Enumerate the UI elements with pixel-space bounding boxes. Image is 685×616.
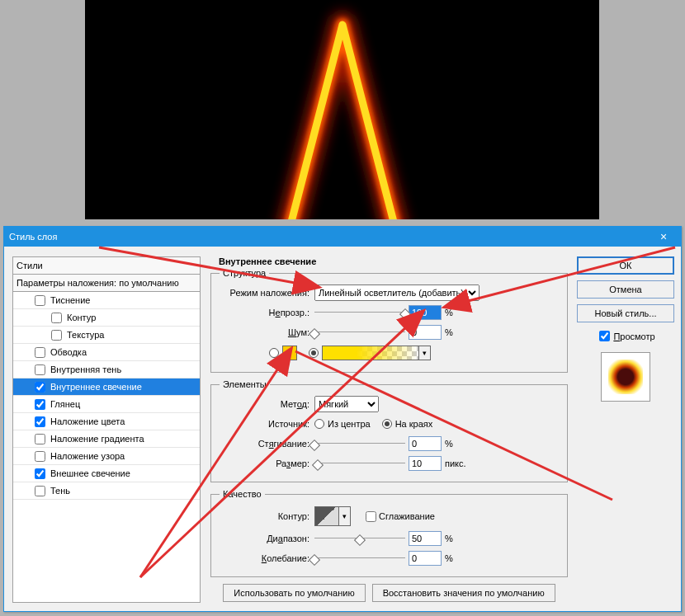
cancel-button[interactable]: Отмена [577, 280, 674, 299]
size-slider[interactable] [314, 458, 405, 469]
list-item-texture[interactable]: Текстура [13, 327, 200, 344]
list-item-gradient-overlay[interactable]: Наложение градиента [13, 430, 200, 448]
elements-legend: Элементы [220, 379, 270, 389]
noise-slider[interactable] [314, 327, 405, 338]
choke-slider[interactable] [314, 438, 405, 449]
checkbox[interactable] [35, 347, 45, 358]
source-label: Источник: [220, 419, 314, 429]
range-unit: % [445, 534, 453, 543]
checkbox[interactable] [35, 416, 45, 427]
opacity-slider[interactable] [314, 307, 405, 318]
choke-input[interactable]: 0 [409, 436, 442, 451]
elements-group: Элементы Метод: Мягкий Источник: Из цент… [210, 379, 568, 482]
styles-header[interactable]: Стили [13, 257, 200, 275]
list-item-contour[interactable]: Контур [13, 309, 200, 327]
method-select[interactable]: Мягкий [314, 396, 379, 412]
checkbox[interactable] [35, 399, 45, 410]
list-item-color-overlay[interactable]: Наложение цвета [13, 413, 200, 430]
choke-label: Стягивание: [220, 439, 314, 449]
opacity-unit: % [445, 308, 453, 317]
size-label: Размер: [220, 458, 314, 468]
noise-input[interactable]: 0 [409, 325, 442, 340]
list-item-outer-glow[interactable]: Внешнее свечение [13, 465, 200, 482]
noise-unit: % [445, 327, 453, 337]
settings-panel: Внутреннее свечение Структура Режим нало… [210, 256, 568, 602]
dialog-buttons: ОК Отмена Новый стиль... Просмотр [577, 256, 674, 402]
structure-group: Структура Режим наложения: Линейный осве… [210, 268, 568, 373]
checkbox[interactable] [35, 434, 45, 444]
method-label: Метод: [220, 399, 314, 409]
color-gradient-radio[interactable] [309, 348, 319, 358]
jitter-input[interactable]: 0 [409, 551, 442, 566]
checkbox[interactable] [35, 486, 45, 496]
color-solid-radio[interactable] [269, 348, 279, 358]
new-style-button[interactable]: Новый стиль... [577, 304, 674, 322]
list-item-inner-glow[interactable]: Внутреннее свечение [13, 379, 200, 396]
gradient-dropdown[interactable]: ▾ [419, 346, 431, 360]
checkbox[interactable] [35, 468, 45, 479]
preview-label: Просмотр [613, 332, 654, 341]
blend-mode-label: Режим наложения: [220, 288, 314, 298]
contour-label: Контур: [220, 511, 314, 521]
checkbox[interactable] [35, 295, 45, 306]
document-canvas [85, 0, 599, 219]
checkbox[interactable] [51, 313, 62, 323]
contour-swatch[interactable] [314, 506, 339, 526]
range-input[interactable]: 50 [409, 531, 442, 546]
opacity-label: Непрозр.: [220, 308, 314, 317]
quality-legend: Качество [220, 489, 265, 499]
antialias-checkbox[interactable] [366, 511, 376, 522]
preview-checkbox[interactable] [599, 331, 610, 341]
size-unit: пикс. [445, 458, 466, 468]
jitter-unit: % [445, 553, 453, 563]
source-edge-radio[interactable] [382, 419, 392, 429]
preview-glow-icon [608, 360, 643, 394]
list-item-drop-shadow[interactable]: Тень [13, 482, 200, 500]
blend-mode-select[interactable]: Линейный осветлитель (добавить) [314, 284, 480, 301]
gradient-swatch[interactable] [322, 346, 419, 360]
opacity-input[interactable]: 100 [409, 305, 442, 320]
structure-legend: Структура [220, 268, 269, 278]
make-default-button[interactable]: Использовать по умолчанию [223, 584, 365, 602]
range-label: Диапазон: [220, 534, 314, 543]
list-item-inner-shadow[interactable]: Внутренняя тень [13, 361, 200, 379]
effects-list: Стили Параметры наложения: по умолчанию … [12, 256, 201, 603]
noise-label: Шум: [220, 327, 314, 337]
color-swatch[interactable] [282, 346, 297, 360]
list-item-bevel[interactable]: Тиснение [13, 292, 200, 309]
dialog-title: Стиль слоя [9, 232, 651, 242]
size-input[interactable]: 10 [409, 456, 442, 471]
choke-unit: % [445, 439, 453, 449]
panel-title: Внутреннее свечение [210, 256, 568, 268]
jitter-slider[interactable] [314, 553, 405, 564]
style-preview [601, 352, 650, 402]
range-slider[interactable] [314, 533, 405, 544]
ok-button[interactable]: ОК [577, 256, 674, 275]
list-item-stroke[interactable]: Обводка [13, 344, 200, 361]
blend-options-header[interactable]: Параметры наложения: по умолчанию [13, 275, 200, 292]
checkbox[interactable] [51, 330, 62, 341]
reset-default-button[interactable]: Восстановить значения по умолчанию [372, 584, 555, 602]
checkbox[interactable] [35, 364, 45, 375]
checkbox[interactable] [35, 382, 45, 393]
checkbox[interactable] [35, 451, 45, 462]
source-center-label: Из центра [328, 419, 371, 429]
antialias-label: Сглаживание [379, 511, 435, 521]
contour-dropdown[interactable]: ▾ [339, 506, 351, 526]
source-center-radio[interactable] [314, 419, 324, 429]
close-icon[interactable]: × [651, 230, 676, 243]
layer-style-dialog: Стиль слоя × Стили Параметры наложения: … [3, 226, 682, 612]
list-item-satin[interactable]: Глянец [13, 396, 200, 413]
jitter-label: Колебание: [220, 553, 314, 563]
quality-group: Качество Контур: ▾ Сглаживание Диапазон:… [210, 489, 568, 577]
titlebar[interactable]: Стиль слоя × [4, 227, 681, 247]
glow-letter [235, 0, 450, 219]
source-edge-label: На краях [395, 419, 433, 429]
list-item-pattern-overlay[interactable]: Наложение узора [13, 448, 200, 465]
